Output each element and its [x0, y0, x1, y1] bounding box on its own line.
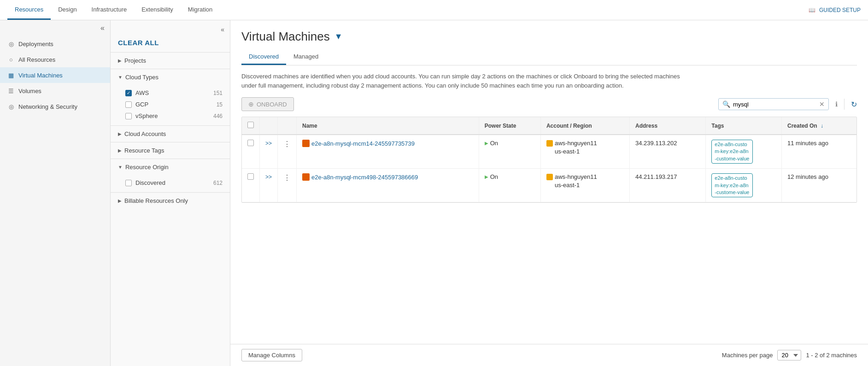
row2-select-cell — [242, 169, 260, 202]
content-footer: Manage Columns Machines per page 20 50 1… — [230, 344, 868, 366]
filter-section-billable-header[interactable]: ▶ Billable Resources Only — [111, 193, 230, 209]
th-account-region[interactable]: Account / Region — [540, 117, 629, 135]
tab-infrastructure[interactable]: Infrastructure — [84, 0, 135, 20]
th-created-on[interactable]: Created On ↓ — [782, 117, 856, 135]
gcp-checkbox[interactable] — [125, 101, 132, 108]
row2-expand-button[interactable]: >> — [265, 174, 272, 180]
row1-action-button[interactable]: ⋮ — [283, 140, 291, 148]
filter-gcp[interactable]: GCP 15 — [125, 99, 230, 110]
col-created-label: Created On — [787, 123, 817, 129]
row2-action-cell: ⋮ — [278, 169, 297, 202]
row1-region-text: us-east-1 — [546, 148, 624, 155]
guided-setup-link[interactable]: 📖 GUIDED SETUP — [809, 7, 861, 13]
row1-address-cell: 34.239.113.202 — [630, 135, 706, 169]
billable-expand-icon: ▶ — [118, 198, 122, 203]
discovered-checkbox[interactable] — [125, 180, 132, 186]
th-power-state[interactable]: Power State — [479, 117, 540, 135]
row1-vm-type-icon — [302, 140, 310, 147]
aws-checkbox[interactable] — [125, 90, 132, 96]
page-title-text: Virtual Machines — [241, 30, 330, 44]
top-nav-tabs: Resources Design Infrastructure Extensib… — [7, 0, 220, 20]
row1-tag-badge[interactable]: e2e-a8n-custom-key:e2e-a8n-custome-value — [711, 140, 753, 164]
row2-action-button[interactable]: ⋮ — [283, 174, 291, 182]
row2-checkbox[interactable] — [247, 173, 254, 180]
th-address[interactable]: Address — [630, 117, 706, 135]
clear-all-button[interactable]: CLEAR ALL — [111, 37, 230, 52]
content-area: Virtual Machines ▼ Discovered Managed Di… — [230, 20, 868, 366]
filter-aws[interactable]: AWS 151 — [125, 87, 230, 99]
sidebar-item-networking-security[interactable]: ◎ Networking & Security — [0, 99, 110, 114]
tab-design[interactable]: Design — [51, 0, 84, 20]
filter-discovered[interactable]: Discovered 612 — [125, 177, 230, 189]
table-body: >> ⋮ e2e-a8n-mysql-mcm14-245597735739 — [242, 135, 856, 202]
row1-expand-button[interactable]: >> — [265, 140, 272, 147]
row1-address-text: 34.239.113.202 — [635, 140, 677, 147]
tab-resources[interactable]: Resources — [7, 0, 51, 20]
row2-power-state: ▶ On — [485, 173, 535, 180]
search-clear-icon[interactable]: ✕ — [819, 100, 825, 108]
filter-collapse-button[interactable]: « — [221, 26, 224, 33]
filter-section-projects-header[interactable]: ▶ Projects — [111, 53, 230, 69]
per-page-select[interactable]: 20 50 100 — [777, 350, 801, 360]
cloud-accounts-expand-icon: ▶ — [118, 131, 122, 136]
filter-section-projects: ▶ Projects — [111, 52, 230, 69]
tab-managed[interactable]: Managed — [286, 49, 326, 65]
filter-section-cloud-accounts: ▶ Cloud Accounts — [111, 125, 230, 142]
page-info-text: 1 - 2 of 2 machines — [806, 352, 857, 359]
projects-label: Projects — [124, 57, 146, 64]
sidebar-item-volumes[interactable]: ☰ Volumes — [0, 83, 110, 99]
sidebar-item-virtual-machines[interactable]: ▦ Virtual Machines — [0, 67, 110, 83]
filter-section-resource-tags: ▶ Resource Tags — [111, 142, 230, 159]
all-resources-icon: ○ — [7, 56, 15, 63]
row1-tags-cell: e2e-a8n-custom-key:e2e-a8n-custome-value — [706, 135, 782, 169]
filter-section-cloud-accounts-header[interactable]: ▶ Cloud Accounts — [111, 126, 230, 142]
filter-active-icon[interactable]: ▼ — [334, 32, 343, 41]
th-tags[interactable]: Tags — [706, 117, 782, 135]
filter-vsphere[interactable]: vSphere 446 — [125, 110, 230, 122]
row1-account-icon — [546, 140, 553, 147]
onboard-button[interactable]: ⊕ ONBOARD — [241, 97, 294, 111]
select-all-checkbox[interactable] — [247, 122, 254, 128]
th-expand — [260, 117, 278, 135]
billable-label: Billable Resources Only — [124, 197, 188, 204]
row2-name-text: e2e-a8n-mysql-mcm498-245597386669 — [311, 174, 418, 181]
row1-power-cell: ▶ On — [479, 135, 540, 169]
row2-account-icon — [546, 174, 553, 180]
vsphere-checkbox[interactable] — [125, 113, 132, 119]
sidebar-item-deployments[interactable]: ◎ Deployments — [0, 36, 110, 52]
book-icon: 📖 — [809, 7, 815, 13]
search-input[interactable] — [733, 101, 816, 108]
gcp-count: 15 — [217, 101, 223, 108]
row2-tag-badge[interactable]: e2e-a8n-custom-key:e2e-a8n-custome-value — [711, 173, 753, 197]
gcp-label: GCP — [135, 101, 148, 108]
filter-section-cloud-types-header[interactable]: ▼ Cloud Types — [111, 69, 230, 85]
network-icon: ◎ — [7, 103, 15, 110]
filter-section-resource-origin-header[interactable]: ▼ Resource Origin — [111, 159, 230, 175]
row2-vm-name-link[interactable]: e2e-a8n-mysql-mcm498-245597386669 — [302, 173, 473, 181]
tab-migration[interactable]: Migration — [181, 0, 220, 20]
sort-desc-icon: ↓ — [821, 123, 823, 129]
row1-vm-name-link[interactable]: e2e-a8n-mysql-mcm14-245597735739 — [302, 140, 473, 147]
row2-vm-type-icon — [302, 173, 310, 181]
discovered-count: 612 — [213, 180, 223, 186]
manage-columns-button[interactable]: Manage Columns — [241, 349, 302, 361]
row1-expand-cell: >> — [260, 135, 278, 169]
filter-panel-header: « — [111, 26, 230, 37]
refresh-button[interactable]: ↻ — [851, 100, 857, 109]
guided-setup-label: GUIDED SETUP — [819, 7, 861, 13]
sidebar-item-all-resources[interactable]: ○ All Resources — [0, 52, 110, 67]
th-name[interactable]: Name — [297, 117, 479, 135]
search-info-icon[interactable]: ℹ — [835, 100, 838, 108]
tab-discovered[interactable]: Discovered — [241, 49, 286, 65]
row2-created-cell: 12 minutes ago — [782, 169, 856, 202]
resource-origin-label: Resource Origin — [125, 164, 169, 171]
tab-extensibility[interactable]: Extensibility — [134, 0, 181, 20]
sidebar-collapse-button[interactable]: « — [100, 24, 105, 32]
filter-section-cloud-types: ▼ Cloud Types AWS 151 GCP 15 vSphere 446 — [111, 69, 230, 125]
row1-checkbox[interactable] — [247, 140, 254, 146]
filter-section-resource-tags-header[interactable]: ▶ Resource Tags — [111, 142, 230, 159]
vsphere-label: vSphere — [135, 112, 158, 119]
row2-region-text: us-east-1 — [546, 182, 624, 189]
power-on-icon2: ▶ — [485, 174, 488, 179]
th-select-all[interactable] — [242, 117, 260, 135]
